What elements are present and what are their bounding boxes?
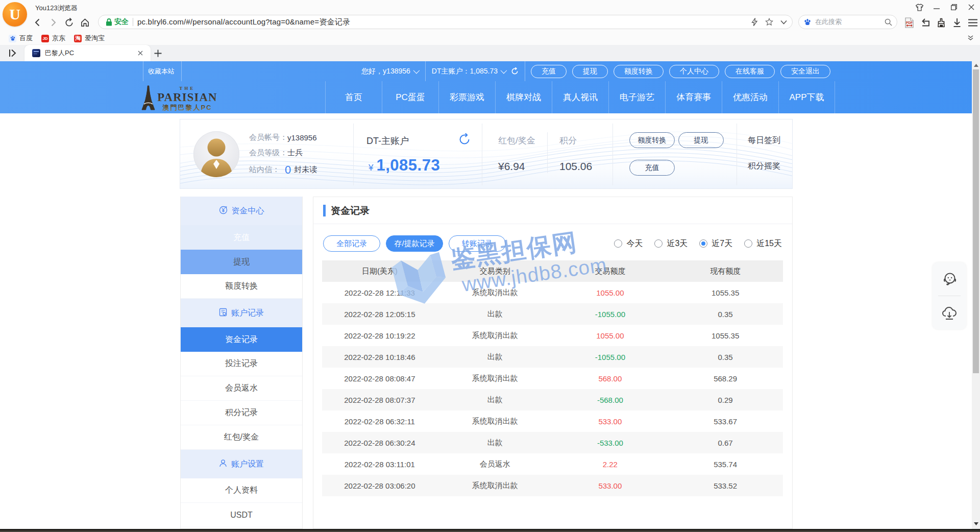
search-icon[interactable] [885, 18, 892, 26]
url-text[interactable]: pc.blryl6.com/#/personal/accountLog?tag=… [137, 17, 350, 27]
cell-type: 系统取消出款 [437, 475, 553, 496]
sidebar: 资金中心 充值 提现 额度转换 账户记录 [180, 197, 303, 529]
topbar-button[interactable]: 充值 [531, 65, 567, 78]
pdf-tool-icon[interactable]: PDF [903, 17, 915, 28]
forward-button[interactable] [48, 17, 58, 28]
browser-toolbar: 安全 pc.blryl6.com/#/personal/accountLog?t… [0, 14, 980, 32]
cell-date: 2022-02-28 10:19:22 [322, 325, 437, 346]
cloud-download-icon[interactable] [933, 296, 966, 329]
sidebar-item[interactable]: 额度转换 [181, 274, 302, 299]
home-button[interactable] [80, 17, 90, 28]
daily-sign-link[interactable]: 每日签到 [748, 135, 780, 146]
record-tab[interactable]: 存/提款记录 [386, 235, 443, 252]
nav-menu-item[interactable]: 真人视讯 [552, 81, 608, 113]
chevron-down-icon [501, 67, 507, 74]
date-range-option[interactable]: 近15天 [744, 238, 782, 249]
record-tab[interactable]: 全部记录 [323, 235, 380, 252]
date-range-option[interactable]: 今天 [614, 238, 643, 249]
nav-menu-item[interactable]: 棋牌对战 [495, 81, 552, 113]
mail-count[interactable]: 0 [285, 163, 291, 177]
sidebar-item[interactable]: 资金中心 [181, 197, 302, 225]
level-label: 会员等级： [249, 148, 287, 158]
bookmark-item[interactable]: JD 京东 [41, 34, 65, 43]
main-account-summary[interactable]: DT主账户：1,085.73 [432, 67, 519, 76]
close-window-button[interactable] [963, 0, 980, 14]
bookmark-item[interactable]: 百度 [9, 34, 33, 43]
clean-brush-icon[interactable] [936, 17, 947, 28]
sidebar-toggle-icon[interactable] [7, 47, 17, 59]
nav-menu-item[interactable]: 首页 [325, 81, 382, 113]
tab-bar: 巴黎人PC [0, 45, 980, 61]
reload-button[interactable] [64, 17, 74, 28]
cell-type: 出款 [437, 346, 553, 368]
date-range-option[interactable]: 近3天 [654, 238, 688, 249]
sidebar-item[interactable]: 积分记录 [181, 401, 302, 425]
nav-menu-item[interactable]: APP下载 [778, 81, 835, 113]
sidebar-item[interactable]: 红包/奖金 [181, 425, 302, 450]
minimize-button[interactable] [928, 0, 945, 14]
table-row: 2022-02-28 12:05:15 出款 -1055.00 0.35 [322, 303, 783, 325]
topbar-button[interactable]: 个人中心 [669, 65, 719, 78]
favorite-site-link[interactable]: 收藏本站 [143, 67, 181, 76]
menu-hamburger-icon[interactable] [967, 17, 978, 28]
points-label: 积分 [559, 135, 577, 147]
scroll-down-icon[interactable] [972, 520, 980, 528]
sidebar-item[interactable]: 账户记录 [181, 299, 302, 327]
wallet-refresh-icon[interactable] [458, 133, 471, 148]
undo-icon[interactable] [920, 17, 931, 28]
browser-tab[interactable]: 巴黎人PC [24, 45, 151, 61]
topbar-button[interactable]: 提现 [572, 65, 608, 78]
nav-menu-item[interactable]: 体育赛事 [665, 81, 722, 113]
baidu-paw-icon [9, 35, 16, 42]
sidebar-item[interactable]: 会员返水 [181, 376, 302, 401]
bookmarks-collapse-icon[interactable] [967, 34, 974, 43]
topbar-button[interactable]: 在线客服 [725, 65, 775, 78]
record-tab[interactable]: 转账记录 [449, 235, 506, 252]
account-value: y138956 [287, 133, 317, 142]
cell-type: 系统取消出款 [437, 325, 553, 346]
scroll-up-icon[interactable] [972, 61, 980, 69]
cell-amount: -1055.00 [553, 346, 668, 368]
address-dropdown-icon[interactable] [780, 20, 787, 25]
address-bar[interactable]: 安全 pc.blryl6.com/#/personal/accountLog?t… [98, 15, 793, 29]
cell-type: 会员返水 [437, 453, 553, 475]
deposit-button[interactable]: 充值 [629, 160, 675, 176]
customer-service-icon[interactable] [933, 262, 966, 296]
theme-skin-icon[interactable] [911, 0, 928, 14]
sidebar-item[interactable]: 资金记录 [181, 327, 302, 352]
sidebar-item[interactable]: 提现 [181, 250, 302, 274]
sidebar-item[interactable]: 个人资料 [181, 478, 302, 503]
sidebar-item[interactable]: 投注记录 [181, 352, 302, 376]
topbar-button[interactable]: 额度转换 [614, 65, 664, 78]
points-lottery-link[interactable]: 积分摇奖 [748, 161, 780, 172]
sidebar-item[interactable]: 充值 [181, 225, 302, 250]
mail-suffix: 封未读 [294, 165, 317, 175]
sidebar-item[interactable]: USDT [181, 503, 302, 527]
user-greeting[interactable]: 您好，y138956 [361, 67, 418, 76]
transfer-quota-button[interactable]: 额度转换 [629, 132, 675, 148]
download-icon[interactable] [951, 17, 963, 28]
nav-menu-item[interactable]: 电子游艺 [608, 81, 665, 113]
nav-menu-item[interactable]: 优惠活动 [722, 81, 778, 113]
sidebar-item[interactable]: 账户设置 [181, 450, 302, 478]
maximize-button[interactable] [945, 0, 963, 14]
site-logo[interactable]: THE PARISIAN 澳門巴黎人PC [141, 84, 217, 111]
jd-icon: JD [41, 35, 49, 42]
date-range-option[interactable]: 近7天 [699, 238, 732, 249]
new-tab-button[interactable] [153, 48, 163, 58]
nav-menu-item[interactable]: PC蛋蛋 [382, 81, 438, 113]
topbar-button[interactable]: 安全退出 [780, 65, 830, 78]
flash-icon[interactable] [751, 18, 758, 26]
favorite-star-icon[interactable] [765, 18, 773, 26]
cell-amount: 533.00 [553, 410, 668, 432]
nav-menu-item[interactable]: 彩票游戏 [438, 81, 495, 113]
yen-circle-icon [219, 206, 228, 216]
withdraw-button[interactable]: 提现 [678, 132, 724, 148]
bookmark-item[interactable]: 淘 爱淘宝 [74, 34, 105, 43]
tab-close-icon[interactable] [136, 49, 144, 57]
page-scrollbar[interactable] [972, 61, 980, 529]
refresh-icon[interactable] [511, 67, 519, 75]
back-button[interactable] [33, 17, 43, 28]
search-box[interactable]: 在此搜索 [798, 15, 897, 29]
scrollbar-thumb[interactable] [973, 69, 979, 373]
